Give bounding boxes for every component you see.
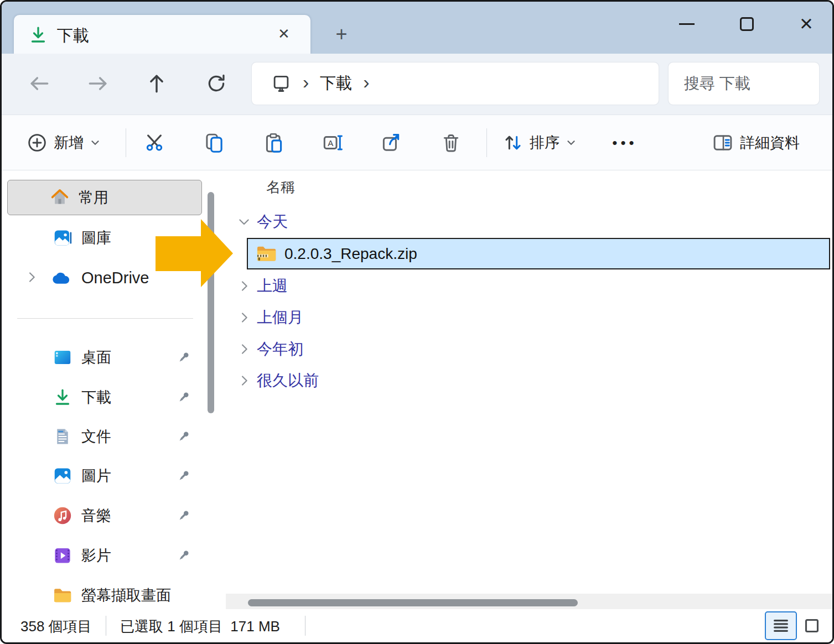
delete-button[interactable] — [433, 124, 469, 162]
chevron-down-icon[interactable] — [236, 214, 252, 230]
breadcrumb-separator-icon[interactable]: › — [352, 71, 380, 93]
sidebar-item-desktop[interactable]: 桌面 — [7, 341, 202, 373]
share-icon — [380, 131, 403, 154]
horizontal-scrollbar-thumb[interactable] — [248, 599, 578, 606]
address-bar[interactable]: › 下載 › — [252, 63, 659, 105]
sidebar-item-label: 螢幕擷取畫面 — [81, 585, 171, 605]
cut-icon — [143, 131, 166, 154]
up-icon — [144, 71, 169, 96]
sidebar-item-label: 下載 — [81, 387, 111, 407]
sidebar-item-onedrive[interactable]: OneDrive — [7, 262, 202, 294]
tab-downloads[interactable]: 下載 ✕ — [14, 15, 310, 54]
maximize-button[interactable] — [734, 11, 759, 37]
details-pane-icon — [711, 131, 734, 154]
details-view-button[interactable] — [765, 611, 797, 640]
group-label: 今年初 — [257, 339, 303, 360]
sidebar-item-label: 圖庫 — [81, 228, 111, 248]
onedrive-icon — [51, 267, 74, 289]
toolbar-divider — [486, 128, 487, 157]
refresh-icon — [205, 72, 228, 95]
sidebar-item-gallery[interactable]: 圖庫 — [7, 222, 202, 254]
paste-button[interactable] — [256, 124, 292, 162]
chevron-right-icon[interactable] — [236, 278, 252, 294]
cut-button[interactable] — [137, 124, 172, 162]
sidebar-item-screenshots[interactable]: 螢幕擷取畫面 — [7, 579, 202, 611]
forward-button[interactable] — [82, 68, 113, 99]
chevron-right-icon[interactable] — [236, 309, 252, 326]
navigation-pane: 常用 圖庫 OneDrive 桌面 — [2, 171, 224, 609]
navigation-bar: › 下載 › — [2, 54, 832, 115]
sort-button[interactable]: 排序 — [498, 124, 582, 162]
chevron-right-icon[interactable] — [236, 341, 252, 357]
back-button[interactable] — [24, 68, 55, 99]
forward-icon — [86, 71, 110, 96]
videos-icon — [51, 544, 74, 567]
selection-summary: 已選取 1 個項目 171 MB — [120, 617, 280, 636]
list-view-icon — [771, 616, 790, 635]
sidebar-item-documents[interactable]: 文件 — [7, 420, 202, 453]
tab-strip: 下載 ✕ + ✕ — [2, 2, 832, 54]
sidebar-item-label: 常用 — [79, 188, 108, 207]
pin-icon — [175, 389, 192, 406]
sidebar-item-music[interactable]: 音樂 — [7, 500, 202, 532]
large-icons-view-button[interactable] — [796, 611, 828, 640]
file-list-pane: 名稱 今天 0.2.0.3_Repack.zip 上週 上個月 — [226, 171, 832, 590]
pin-icon — [175, 547, 192, 564]
sidebar-item-label: 文件 — [81, 427, 111, 446]
file-explorer-window: 下載 ✕ + ✕ › 下載 › — [0, 0, 834, 644]
breadcrumb-separator-icon: › — [292, 71, 320, 93]
pin-icon — [175, 468, 192, 484]
file-name: 0.2.0.3_Repack.zip — [284, 245, 417, 263]
breadcrumb-location[interactable]: 下載 — [320, 72, 352, 95]
close-button[interactable]: ✕ — [794, 11, 819, 37]
group-header-last-week[interactable]: 上週 — [236, 275, 288, 297]
tab-close-icon[interactable]: ✕ — [273, 23, 295, 45]
sidebar-scrollbar[interactable] — [208, 192, 214, 413]
trash-icon — [440, 132, 462, 154]
music-icon — [51, 505, 74, 527]
window-controls: ✕ — [674, 9, 819, 38]
more-options-button[interactable]: ••• — [599, 124, 647, 162]
gallery-icon — [51, 227, 74, 249]
up-button[interactable] — [141, 68, 172, 99]
command-toolbar: 新增 A 排序 ••• — [2, 115, 832, 170]
group-header-long-ago[interactable]: 很久以前 — [236, 370, 319, 392]
chevron-right-icon[interactable] — [236, 372, 252, 389]
chevron-right-icon[interactable] — [24, 269, 40, 286]
status-divider — [305, 616, 305, 636]
screenshots-folder-icon — [51, 584, 74, 606]
sidebar-item-pictures[interactable]: 圖片 — [7, 460, 202, 492]
sidebar-item-label: 音樂 — [81, 506, 111, 526]
sidebar-item-videos[interactable]: 影片 — [7, 539, 202, 572]
minimize-button[interactable] — [674, 11, 700, 37]
status-bar: 358 個項目 已選取 1 個項目 171 MB — [2, 609, 832, 642]
monitor-icon[interactable] — [271, 73, 292, 94]
sidebar-item-label: OneDrive — [81, 269, 149, 287]
rename-icon: A — [321, 131, 344, 154]
refresh-button[interactable] — [201, 68, 232, 99]
sidebar-item-downloads[interactable]: 下載 — [7, 381, 202, 413]
group-header-earlier-this-year[interactable]: 今年初 — [236, 338, 303, 360]
minimize-icon — [679, 23, 695, 25]
pin-icon — [175, 428, 192, 445]
group-header-today[interactable]: 今天 — [236, 211, 288, 233]
new-button[interactable]: 新增 — [22, 124, 106, 162]
details-pane-button[interactable]: 詳細資料 — [706, 124, 811, 162]
copy-button[interactable] — [196, 124, 232, 162]
sidebar-item-home[interactable]: 常用 — [7, 180, 202, 215]
back-icon — [27, 71, 51, 96]
copy-icon — [203, 131, 226, 154]
share-button[interactable] — [374, 124, 409, 162]
new-tab-button[interactable]: + — [329, 23, 354, 46]
zip-folder-icon — [256, 244, 278, 264]
pictures-icon — [51, 465, 74, 487]
search-box[interactable] — [669, 63, 819, 105]
download-icon — [28, 25, 48, 45]
documents-icon — [51, 425, 74, 448]
search-input[interactable] — [669, 75, 834, 92]
tab-title: 下載 — [57, 25, 89, 47]
rename-button[interactable]: A — [315, 124, 350, 162]
group-header-last-month[interactable]: 上個月 — [236, 307, 303, 329]
column-header-name[interactable]: 名稱 — [266, 178, 295, 197]
file-row-selected[interactable]: 0.2.0.3_Repack.zip — [247, 238, 830, 269]
